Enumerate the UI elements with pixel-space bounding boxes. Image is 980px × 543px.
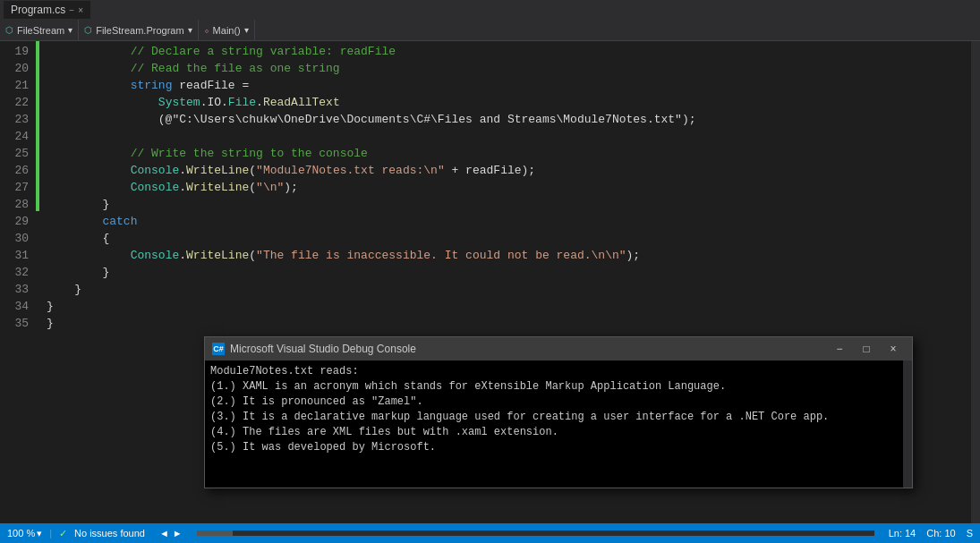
code-line — [39, 128, 971, 145]
nav-next[interactable]: ► — [173, 528, 183, 539]
code-line: // Read the file as one string — [39, 60, 971, 77]
nav-right-icon: ⬦ — [204, 25, 209, 35]
col-info: Ch: 10 — [926, 528, 955, 539]
code-line: } — [39, 298, 971, 315]
line-number: 28 — [7, 196, 29, 213]
code-line: System.IO.File.ReadAllText — [39, 94, 971, 111]
code-line: } — [39, 315, 971, 332]
status-bar: 100 % ▾ | ✓ No issues found ◄ ► Ln: 14 C… — [0, 523, 980, 543]
line-number: 20 — [7, 60, 29, 77]
nav-middle-label: FileStream.Program — [96, 25, 183, 36]
line-number: 33 — [7, 281, 29, 298]
line-number: 27 — [7, 179, 29, 196]
console-line: (1.) XAML is an acronym which stands for… — [210, 379, 898, 395]
code-line: // Write the string to the console — [39, 145, 971, 162]
scroll-thumb — [197, 530, 233, 536]
console-line: Module7Notes.txt reads: — [210, 364, 898, 379]
line-number: 19 — [7, 43, 29, 60]
tab-pin[interactable]: − — [69, 5, 74, 15]
code-line: (@"C:\Users\chukw\OneDrive\Documents\C#\… — [39, 111, 971, 128]
spaces-indicator: S — [967, 528, 973, 539]
console-window-controls: − □ × — [828, 340, 905, 358]
nav-middle-dropdown[interactable]: ⬡ FileStream.Program ▾ — [79, 20, 198, 40]
line-info: Ln: 14 — [889, 528, 916, 539]
nav-right-dropdown[interactable]: ⬦ Main() ▾ — [199, 20, 255, 40]
line-number: 32 — [7, 264, 29, 281]
line-number: 29 — [7, 213, 29, 230]
zoom-arrow: ▾ — [37, 528, 42, 539]
debug-console: C# Microsoft Visual Studio Debug Console… — [204, 336, 913, 488]
line-number: 25 — [7, 145, 29, 162]
console-line: (5.) It was developed by Microsoft. — [210, 440, 898, 455]
nav-bar: ⬡ FileStream ▾ ⬡ FileStream.Program ▾ ⬦ … — [0, 20, 980, 41]
code-line: string readFile = — [39, 77, 971, 94]
line-number: 30 — [7, 230, 29, 247]
nav-right-arrow: ▾ — [244, 25, 249, 35]
console-close-button[interactable]: × — [882, 340, 905, 358]
console-output[interactable]: Module7Notes.txt reads:(1.) XAML is an a… — [205, 361, 903, 488]
line-numbers: 1920212223242526272829303132333435 — [0, 41, 36, 523]
code-line: Console.WriteLine("The file is inaccessi… — [39, 247, 971, 264]
nav-left-icon: ⬡ — [5, 25, 13, 35]
file-tab[interactable]: Program.cs − × — [4, 1, 90, 19]
title-bar: Program.cs − × — [0, 0, 980, 20]
line-number: 22 — [7, 94, 29, 111]
nav-middle-icon: ⬡ — [84, 25, 92, 35]
code-line: } — [39, 281, 971, 298]
line-number: 26 — [7, 162, 29, 179]
code-line: } — [39, 264, 971, 281]
editor-scrollbar[interactable] — [971, 41, 980, 523]
status-right: Ln: 14 Ch: 10 S — [882, 528, 980, 539]
line-number: 21 — [7, 77, 29, 94]
line-number: 35 — [7, 315, 29, 332]
line-number: 24 — [7, 128, 29, 145]
editor-area: 1920212223242526272829303132333435 // De… — [0, 41, 980, 523]
code-line: // Declare a string variable: readFile — [39, 43, 971, 60]
console-scrollbar[interactable] — [903, 361, 912, 488]
console-content-row: Module7Notes.txt reads:(1.) XAML is an a… — [205, 361, 912, 488]
status-left: 100 % ▾ | ✓ No issues found — [0, 528, 152, 539]
line-number: 23 — [7, 111, 29, 128]
console-line: (4.) The files are XML files but with .x… — [210, 425, 898, 440]
console-minimize-button[interactable]: − — [828, 340, 851, 358]
tab-filename: Program.cs — [11, 4, 65, 16]
line-number: 31 — [7, 247, 29, 264]
nav-middle-arrow: ▾ — [188, 25, 192, 35]
nav-right-label: Main() — [213, 25, 241, 36]
console-line: (3.) It is a declarative markup language… — [210, 410, 898, 425]
nav-arrows-area: ◄ ► — [152, 528, 190, 539]
separator: | — [49, 528, 52, 539]
console-restore-button[interactable]: □ — [855, 340, 878, 358]
nav-left-label: FileStream — [17, 25, 64, 36]
zoom-control[interactable]: 100 % ▾ — [7, 528, 42, 539]
status-check-icon: ✓ — [59, 528, 67, 539]
scroll-indicator[interactable] — [197, 530, 874, 536]
zoom-level: 100 % — [7, 528, 35, 539]
line-number: 34 — [7, 298, 29, 315]
status-text: No issues found — [74, 528, 145, 539]
code-line: { — [39, 230, 971, 247]
code-line: catch — [39, 213, 971, 230]
code-line: Console.WriteLine("Module7Notes.txt read… — [39, 162, 971, 179]
console-title-bar: C# Microsoft Visual Studio Debug Console… — [205, 337, 912, 361]
code-line: Console.WriteLine("\n"); — [39, 179, 971, 196]
code-line: } — [39, 196, 971, 213]
console-icon: C# — [212, 343, 225, 355]
nav-left-arrow: ▾ — [68, 25, 72, 35]
nav-left-dropdown[interactable]: ⬡ FileStream ▾ — [0, 20, 79, 40]
console-title: Microsoft Visual Studio Debug Console — [230, 343, 822, 355]
console-line: (2.) It is pronounced as "Zamel". — [210, 395, 898, 410]
tab-close[interactable]: × — [78, 5, 83, 15]
nav-prev[interactable]: ◄ — [159, 528, 169, 539]
